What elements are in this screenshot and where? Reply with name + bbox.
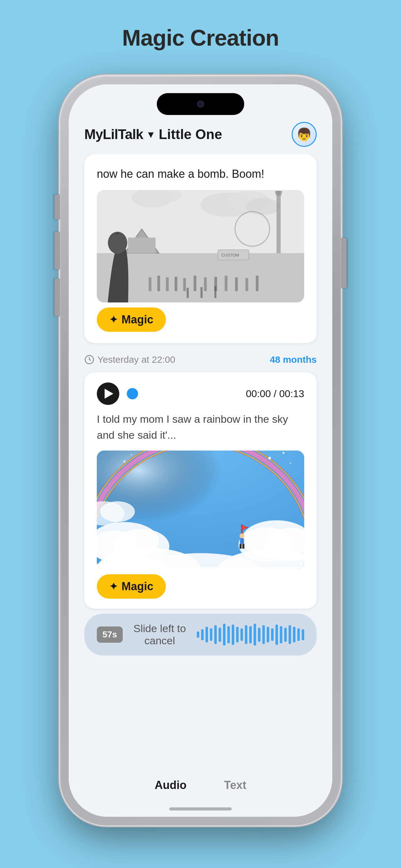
magic-button-2[interactable]: ✦ Magic xyxy=(97,574,166,599)
tab-audio[interactable]: Audio xyxy=(148,776,193,795)
wave-bar xyxy=(297,628,300,641)
wave-bar xyxy=(197,631,199,638)
svg-rect-23 xyxy=(235,277,238,291)
svg-rect-18 xyxy=(183,278,186,291)
wave-bar xyxy=(280,626,282,643)
volume-up-button xyxy=(54,232,60,269)
child-name-label: Little One xyxy=(159,127,222,142)
home-indicator xyxy=(69,807,332,817)
svg-text:CUSTOM: CUSTOM xyxy=(221,253,239,257)
sketch-scene: CUSTOM xyxy=(97,190,304,303)
svg-rect-26 xyxy=(187,288,189,298)
svg-point-48 xyxy=(282,452,285,454)
wave-bar xyxy=(210,628,212,641)
app-logo: MyLilTalk xyxy=(84,127,143,142)
wave-bar xyxy=(205,627,208,642)
svg-point-38 xyxy=(100,501,135,522)
svg-rect-58 xyxy=(239,544,242,548)
wave-bar xyxy=(236,627,239,642)
wave-bar xyxy=(262,625,265,644)
svg-rect-14 xyxy=(149,277,152,291)
magic-button-1[interactable]: ✦ Magic xyxy=(97,307,166,332)
play-button[interactable] xyxy=(97,382,119,405)
svg-point-3 xyxy=(245,198,280,215)
wave-bar xyxy=(223,624,226,646)
wave-bar xyxy=(284,628,287,642)
magic-stars-icon-2: ✦ xyxy=(109,581,118,592)
wave-bar xyxy=(240,628,243,641)
tab-text[interactable]: Text xyxy=(218,776,252,795)
rainbow-svg xyxy=(97,451,304,569)
magic-button-label-1: Magic xyxy=(122,313,153,326)
wave-bar xyxy=(289,625,291,644)
svg-rect-22 xyxy=(225,276,227,291)
svg-rect-19 xyxy=(194,276,196,291)
wave-bar xyxy=(227,626,230,643)
svg-rect-17 xyxy=(175,277,177,291)
svg-rect-12 xyxy=(128,238,156,253)
audio-message: 00:00 / 00:13 I told my mom I saw a rain… xyxy=(84,372,317,609)
svg-point-50 xyxy=(123,461,126,463)
recording-bar: 57s Slide left to cancel xyxy=(84,614,317,655)
wave-bar xyxy=(219,628,221,642)
wave-bar xyxy=(302,629,304,640)
audio-transcript: I told my mom I saw a rainbow in the sky… xyxy=(97,411,304,443)
page-title: Magic Creation xyxy=(122,25,279,51)
wave-bar xyxy=(271,628,274,641)
tab-bar: Audio Text xyxy=(69,771,332,807)
svg-rect-16 xyxy=(166,277,169,291)
message-text-1: now he can make a bomb. Boom! xyxy=(97,165,304,183)
mute-button xyxy=(54,194,60,219)
rainbow-scene xyxy=(97,451,304,569)
audio-time: 00:00 / 00:13 xyxy=(246,388,304,400)
chat-area[interactable]: now he can make a bomb. Boom! xyxy=(69,154,332,771)
avatar[interactable]: 👦 xyxy=(292,122,317,147)
timestamp: Yesterday at 22:00 xyxy=(84,354,175,365)
svg-point-51 xyxy=(131,454,132,455)
message-image-1: CUSTOM xyxy=(97,190,304,303)
wave-bar xyxy=(201,629,204,640)
waveform xyxy=(197,624,304,646)
svg-rect-25 xyxy=(256,276,259,291)
time-divider: Yesterday at 22:00 48 months xyxy=(84,348,317,370)
svg-rect-59 xyxy=(242,544,244,548)
screen-content: MyLilTalk ▾ Little One 👦 now he can make… xyxy=(69,84,332,817)
slide-cancel-label: Slide left to cancel xyxy=(130,622,189,647)
front-camera xyxy=(197,101,204,107)
recording-timer: 57s xyxy=(97,626,123,643)
chevron-icon[interactable]: ▾ xyxy=(148,128,154,141)
svg-rect-20 xyxy=(204,277,207,291)
volume-down-button xyxy=(54,279,60,316)
power-button xyxy=(341,238,347,288)
home-bar xyxy=(169,807,232,810)
svg-point-13 xyxy=(108,232,127,254)
wave-bar xyxy=(258,628,261,642)
svg-rect-24 xyxy=(245,278,248,291)
svg-rect-28 xyxy=(214,286,216,298)
svg-rect-6 xyxy=(276,191,280,260)
audio-controls: 00:00 / 00:13 xyxy=(97,382,304,405)
play-icon xyxy=(105,389,113,399)
wave-bar xyxy=(249,626,252,643)
message-bubble-1: now he can make a bomb. Boom! xyxy=(84,154,317,343)
wave-bar xyxy=(245,625,247,644)
svg-point-55 xyxy=(239,533,244,538)
clock-icon xyxy=(84,354,94,365)
wave-bar xyxy=(267,627,269,642)
dynamic-island xyxy=(157,93,244,115)
svg-rect-56 xyxy=(240,539,242,544)
age-badge: 48 months xyxy=(270,354,317,365)
rainbow-image xyxy=(97,451,304,569)
avatar-image: 👦 xyxy=(296,127,312,142)
phone-mockup: MyLilTalk ▾ Little One 👦 now he can make… xyxy=(60,75,341,826)
audio-indicator xyxy=(127,388,138,399)
svg-rect-57 xyxy=(242,539,244,544)
svg-point-49 xyxy=(290,462,291,464)
sketch-svg: CUSTOM xyxy=(97,190,304,303)
wave-bar xyxy=(293,627,295,642)
svg-rect-15 xyxy=(157,276,160,291)
svg-point-47 xyxy=(268,457,271,460)
wave-bar xyxy=(275,625,278,645)
magic-stars-icon-1: ✦ xyxy=(109,314,118,326)
svg-rect-7 xyxy=(275,191,282,194)
